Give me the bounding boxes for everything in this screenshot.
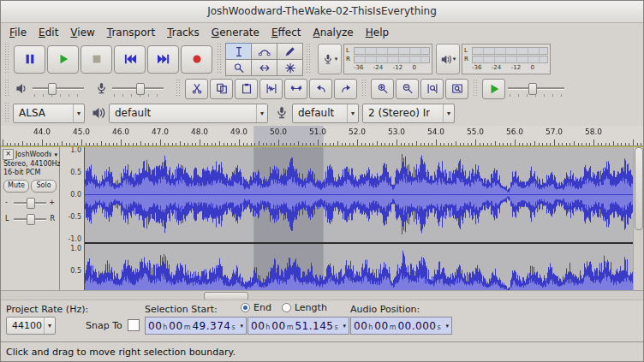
mute-button[interactable]: Mute [3,180,29,193]
cut-icon [191,83,203,94]
toolbar-gripper[interactable] [4,103,9,123]
pan-slider[interactable]: L R [5,211,55,225]
project-rate-label: Project Rate (Hz): [6,304,88,315]
toolbar-gripper[interactable] [4,44,9,74]
chevron-down-icon[interactable]: ▾ [241,323,244,329]
menu-analyze[interactable]: Analyze [307,25,359,40]
gain-slider[interactable]: - + [5,195,55,209]
zoom-in-button[interactable] [371,79,394,99]
slider-thumb[interactable] [27,198,35,209]
slider-thumb[interactable] [27,214,35,225]
toolbar-gripper[interactable] [217,44,222,74]
slider-thumb[interactable] [48,83,57,95]
toolbar-gripper[interactable] [361,80,367,98]
menu-transport[interactable]: Transport [101,25,161,40]
tools-toolbar [225,43,302,75]
multi-tool-button[interactable] [277,59,303,76]
selection-end-mode: End Length [241,302,337,313]
toolbar-gripper[interactable] [306,44,311,74]
play-button[interactable] [47,45,79,74]
track-name[interactable]: JoshWoodwa [15,151,51,158]
slider-thumb[interactable] [528,83,537,95]
recording-meter-menu-button[interactable]: ▾ [318,44,342,74]
toolbar-gripper[interactable] [176,80,181,98]
selection-toolbar: Project Rate (Hz): 44100 ▾ Snap To Selec… [1,300,643,342]
selection-end-time-field[interactable]: 00h 00m 51.145s ▾ [247,317,349,335]
playback-meter-menu-button[interactable]: ▾ [436,44,460,74]
redo-button[interactable] [334,79,357,99]
meter-right-bar [354,56,430,63]
toolbar-row-2 [1,77,643,100]
menu-generate[interactable]: Generate [206,25,265,40]
paste-button[interactable] [235,79,258,99]
playback-speed-slider[interactable] [506,81,566,97]
fit-project-button[interactable] [445,79,468,99]
silence-icon [290,83,302,94]
draw-tool-button[interactable] [277,43,303,60]
output-device-select[interactable]: default ▾ [109,104,268,123]
cut-button[interactable] [185,79,208,99]
slider-thumb[interactable] [136,83,145,95]
meter-left-bar [354,47,430,55]
stop-button[interactable] [80,45,112,74]
audio-position-time-field[interactable]: 00h 00m 00.000s ▾ [350,317,452,335]
track-control-panel[interactable]: × JoshWoodwa ▾ Stereo, 44100Hz 16-bit PC… [1,147,60,290]
radio-unselected-icon [282,303,291,312]
chevron-down-icon[interactable]: ▾ [343,323,347,329]
output-volume-slider[interactable] [31,81,86,97]
menu-effect[interactable]: Effect [265,25,307,40]
zoom-in-icon [377,83,389,94]
record-button[interactable] [181,45,212,74]
pause-button[interactable] [14,45,45,74]
zoom-out-button[interactable] [396,79,419,99]
toolbar-gripper[interactable] [473,80,478,98]
copy-button[interactable] [210,79,233,99]
menu-file[interactable]: File [3,25,33,40]
zoom-tool-button[interactable] [225,59,252,76]
track-menu-chevron-down-icon[interactable]: ▾ [54,151,57,158]
menu-edit[interactable]: Edit [33,25,64,40]
selection-tool-button[interactable] [225,43,252,60]
timeline-ruler[interactable] [1,126,643,146]
paste-icon [241,83,253,94]
envelope-tool-button[interactable] [251,43,277,60]
audio-host-select[interactable]: ALSA ▾ [13,104,85,123]
timeshift-tool-button[interactable] [251,59,277,76]
selection-start-time-field[interactable]: 00h 00m 49.374s ▾ [145,317,247,335]
trim-audio-button[interactable] [259,79,283,99]
recording-meter[interactable]: L R -36-24-120 [343,44,432,74]
menu-tracks[interactable]: Tracks [161,25,206,40]
menu-view[interactable]: View [64,25,100,40]
vertical-ruler[interactable]: 1.0 0.5 0.0 -0.5 -1.0 1.0 0.5 [60,147,85,290]
meter-right-label: R [464,56,472,62]
input-volume-slider[interactable] [110,81,165,97]
playback-meter[interactable]: L R -36-24-120 [462,44,551,74]
vertical-scrollbar[interactable] [633,146,643,290]
solo-button[interactable]: Solo [31,180,57,193]
waveform-display[interactable] [85,146,633,290]
skip-to-start-button[interactable] [114,45,146,74]
titlebar[interactable]: JoshWoodward-TheWake-02-ThisIsEverything [1,1,643,23]
project-rate-select[interactable]: 44100 ▾ [6,317,56,335]
mic-icon [274,106,289,120]
toolbar-gripper[interactable] [4,80,9,98]
fit-selection-button[interactable] [420,79,444,99]
menu-help[interactable]: Help [360,25,395,40]
chevron-down-icon: ▾ [347,104,358,122]
end-radio[interactable]: End [241,302,271,313]
gain-min-label: - [5,199,8,206]
copy-icon [216,83,228,94]
chevron-down-icon: ▾ [73,104,84,122]
close-track-button[interactable]: × [3,149,14,160]
input-channels-select[interactable]: 2 (Stereo) Ir ▾ [362,104,455,123]
length-radio[interactable]: Length [282,302,327,313]
input-device-select[interactable]: default ▾ [292,104,359,123]
play-icon [57,53,70,65]
silence-audio-button[interactable] [284,79,307,99]
undo-button[interactable] [309,79,332,99]
chevron-down-icon[interactable]: ▾ [446,323,450,329]
skip-to-end-button[interactable] [147,45,179,74]
scrollbar-thumb[interactable] [635,147,643,230]
play-at-speed-button[interactable] [482,79,505,99]
snap-to-checkbox[interactable] [128,319,140,331]
